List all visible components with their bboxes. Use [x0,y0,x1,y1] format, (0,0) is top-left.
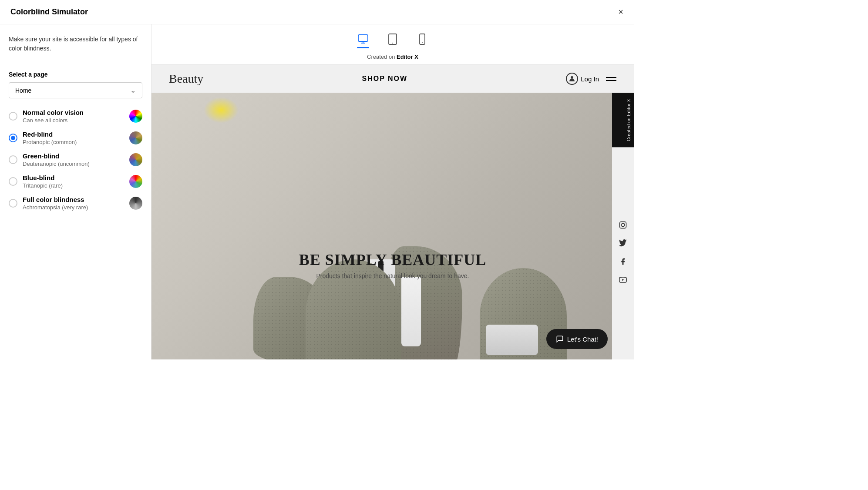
radio-full-blind[interactable] [9,199,17,208]
sidebar-divider [9,62,142,62]
device-icons [353,31,432,50]
svg-point-7 [571,76,573,79]
vision-desc-normal: Can see all colors [23,117,124,124]
sidebar-description: Make sure your site is accessible for al… [9,35,142,53]
mobile-icon [416,33,428,45]
device-desktop-button[interactable] [353,31,373,50]
login-label: Log In [581,75,599,83]
page-select-dropdown[interactable]: Home ⌄ [9,82,142,98]
svg-point-9 [621,223,625,227]
vision-text-normal: Normal color vision Can see all colors [23,109,124,124]
preview-right-strip: Created on Editor X [612,93,634,359]
svg-point-10 [624,223,625,224]
preview-frame: Beauty SHOP NOW Log In [151,65,634,359]
tablet-icon [387,33,399,45]
hero-subtitle: Products that inspire the natural look y… [299,272,486,279]
color-wheel-blue-blind [129,175,142,188]
close-button[interactable]: × [618,7,623,17]
chat-icon [556,335,564,343]
vision-option-green-blind[interactable]: Green-blind Deuteranopic (uncommon) [9,152,142,167]
vision-desc-full-blind: Achromatopsia (very rare) [23,204,124,211]
main-area: Make sure your site is accessible for al… [0,24,634,359]
svg-point-6 [422,42,423,43]
desktop-active-underline [357,47,369,48]
vision-desc-red-blind: Protanopic (common) [23,139,124,145]
nav-right: Log In [566,73,616,85]
youtube-icon[interactable] [619,276,627,285]
vision-option-blue-blind[interactable]: Blue-blind Tritanopic (rare) [9,174,142,189]
device-mobile-button[interactable] [413,31,432,50]
vision-text-green-blind: Green-blind Deuteranopic (uncommon) [23,152,124,167]
avatar-icon [566,73,578,85]
preview-content: Beauty SHOP NOW Log In [151,65,634,359]
chat-button[interactable]: Let's Chat! [546,329,608,349]
product-tube [401,277,421,346]
chevron-down-icon: ⌄ [130,86,136,94]
vision-text-red-blind: Red-blind Protanopic (common) [23,131,124,145]
nav-shop-now: SHOP NOW [362,75,407,83]
preview-area: Created on Editor X Beauty SHOP NOW [151,24,634,359]
device-bar: Created on Editor X [151,24,634,65]
hero-title: BE SIMPLY BEAUTIFUL [299,251,486,269]
page-select-value: Home [15,87,31,94]
hero-products [151,133,634,359]
editor-label: Created on Editor X [367,54,418,60]
social-strip [612,147,634,359]
top-bar: Colorblind Simulator × [0,0,634,24]
color-wheel-green-blind [129,153,142,166]
app-container: Colorblind Simulator × Make sure your si… [0,0,634,359]
mobile-underline [416,47,428,48]
instagram-icon[interactable] [619,221,627,231]
vision-text-blue-blind: Blue-blind Tritanopic (rare) [23,174,124,189]
svg-rect-8 [620,222,626,228]
hero-text-overlay: BE SIMPLY BEAUTIFUL Products that inspir… [299,251,486,279]
hero-section: BE SIMPLY BEAUTIFUL Products that inspir… [151,93,634,359]
vision-name-blue-blind: Blue-blind [23,174,124,181]
vision-options-list: Normal color vision Can see all colors R… [9,109,142,211]
color-wheel-red-blind [129,131,142,144]
vision-desc-blue-blind: Tritanopic (rare) [23,182,124,189]
editor-x-tab[interactable]: Created on Editor X [612,93,634,147]
radio-red-blind[interactable] [9,134,17,142]
svg-point-4 [392,43,393,44]
product-jar [486,325,538,355]
tablet-underline [387,47,399,48]
vision-name-green-blind: Green-blind [23,152,124,160]
vision-text-full-blind: Full color blindness Achromatopsia (very… [23,196,124,211]
hamburger-icon [606,77,616,81]
facebook-icon[interactable] [619,258,627,267]
vision-option-full-blind[interactable]: Full color blindness Achromatopsia (very… [9,196,142,211]
nav-login: Log In [566,73,599,85]
svg-rect-0 [358,35,368,41]
panel-title: Colorblind Simulator [10,7,88,17]
desktop-icon [357,33,369,45]
vision-name-normal: Normal color vision [23,109,124,116]
device-tablet-button[interactable] [383,31,402,50]
radio-normal[interactable] [9,112,17,121]
vision-name-red-blind: Red-blind [23,131,124,138]
preview-nav: Beauty SHOP NOW Log In [151,65,634,93]
editor-x-tab-label: Created on Editor X [626,99,631,141]
vision-desc-green-blind: Deuteranopic (uncommon) [23,161,124,167]
twitter-icon[interactable] [619,239,627,249]
vision-option-normal[interactable]: Normal color vision Can see all colors [9,109,142,124]
nav-logo: Beauty [169,72,203,86]
radio-green-blind[interactable] [9,155,17,164]
vision-option-red-blind[interactable]: Red-blind Protanopic (common) [9,131,142,145]
vision-name-full-blind: Full color blindness [23,196,124,203]
svg-marker-11 [622,279,624,281]
radio-blue-blind[interactable] [9,177,17,186]
color-wheel-normal [129,110,142,123]
select-page-label: Select a page [9,71,142,78]
color-wheel-full-blind [129,197,142,210]
yellow-blob-decoration [204,97,239,123]
chat-button-label: Let's Chat! [567,336,598,343]
sidebar: Make sure your site is accessible for al… [0,24,151,359]
